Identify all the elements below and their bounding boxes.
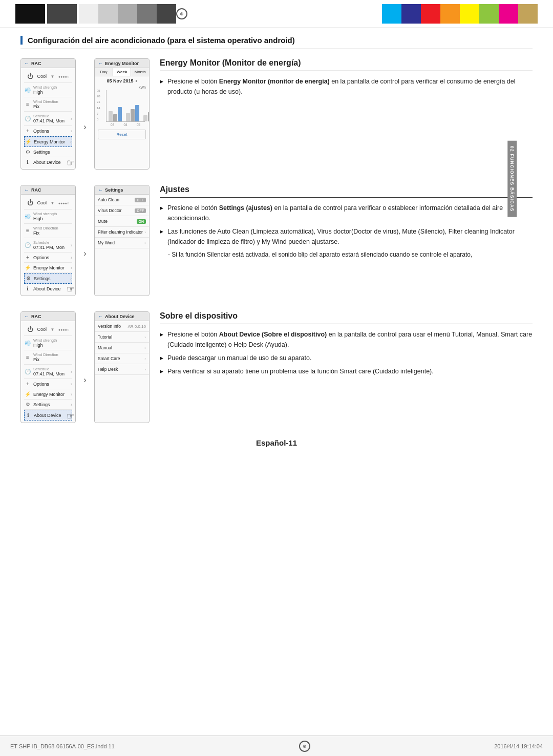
ajustes-bullets: Presione el botón Settings (ajustes) en … [160, 203, 533, 247]
mode-dropdown-3: ▼ [50, 327, 54, 332]
virus-doctor-row: Virus Doctor OFF [95, 205, 149, 216]
energy-monitor-row-3: ⚡ Energy Monitor › [24, 389, 72, 400]
auto-clean-toggle[interactable]: OFF [135, 198, 146, 202]
schedule-icon-3: 🕐 [24, 369, 31, 374]
sobre-text-col: Sobre el dispositivo Presione el botón A… [160, 311, 533, 380]
mute-row: Mute ON [95, 216, 149, 227]
reset-button[interactable]: Reset [98, 130, 146, 139]
schedule-icon-2: 🕐 [24, 242, 31, 248]
fan-speed-3: ●●●●○ [58, 328, 69, 331]
ajustes-left-phones: ← RAC ⏻ Cool ▼ ●●●●○ 💨 Wi [20, 185, 150, 296]
options-chevron-2: › [71, 255, 72, 260]
energy-left-phones: ← RAC ⏻ Cool ▼ ●●●●○ 💨 Wi [20, 58, 150, 170]
tutorial-row: Tutorial › [95, 332, 149, 343]
sobre-bullet-1: Presione el botón About Device (Sobre el… [160, 329, 533, 350]
sobre-bullet-3: Para verificar si su aparato tiene un pr… [160, 366, 533, 376]
energy-tabs: Day Week Month [95, 68, 149, 76]
schedule-icon: 🕐 [24, 116, 31, 121]
rac-phone-3-body: ⏻ Cool ▼ ●●●●○ 💨 Wind strength High [21, 321, 75, 423]
rac-phone-1: ← RAC ⏻ Cool ▼ ●●●●○ 💨 Wi [20, 58, 76, 170]
ajustes-bullet-2: Las funciones de Auto Clean (Limpieza au… [160, 226, 533, 247]
wind-icon-2: 💨 [24, 214, 31, 219]
energy-text-col: Energy Monitor (Monitor de energía) Pres… [160, 58, 533, 100]
back-arrow-2: ← [24, 187, 29, 193]
direction-icon: ≡ [24, 101, 31, 107]
energy-monitor-row[interactable]: ⚡ Energy Monitor › [24, 136, 72, 147]
energy-bullets: Presione el botón Energy Monitor (monito… [160, 76, 533, 97]
about-row-2: ℹ About Device › [24, 284, 72, 293]
ajustes-sub-bullet: Si la función Silenciar está activada, e… [168, 250, 533, 260]
print-mark-black1 [15, 4, 45, 24]
back-arrow-icon: ← [24, 60, 29, 66]
tab-week[interactable]: Week [113, 68, 132, 76]
tab-month[interactable]: Month [131, 68, 149, 76]
about-phone-body: Version Info AR.0.0.10 Tutorial › Manual… [95, 321, 149, 375]
about-icon: ℹ [24, 159, 31, 165]
mode-label: Cool [37, 74, 47, 79]
mode-dropdown-icon: ▼ [50, 74, 54, 79]
gray-swatch-3 [118, 4, 137, 24]
gray-swatch-2 [98, 4, 118, 24]
mode-dropdown-2: ▼ [50, 201, 54, 205]
about-icon-3: ℹ [25, 412, 32, 418]
options-chevron: › [71, 129, 72, 134]
wind-icon-3: 💨 [24, 340, 31, 346]
tab-day[interactable]: Day [95, 68, 113, 76]
bottom-right-text: 2016/4/14 19:14:04 [494, 743, 543, 749]
filter-cleaning-row: Filter cleaning Indicator › [95, 227, 149, 238]
bar-03-1 [109, 111, 113, 121]
mute-toggle[interactable]: ON [137, 219, 146, 224]
direction-icon-3: ≡ [24, 354, 31, 360]
settings-row-selected[interactable]: ⚙ Settings › [24, 273, 72, 284]
arrow-2: › [80, 185, 90, 296]
settings-icon: ⚙ [24, 149, 31, 155]
ajustes-section: ← RAC ⏻ Cool ▼ ●●●●○ 💨 Wi [20, 185, 533, 296]
y-labels: 3528211470 [97, 89, 100, 121]
wind-icon: 💨 [24, 87, 31, 93]
power-icon-3: ⏻ [27, 326, 33, 333]
rac-phone-1-body: ⏻ Cool ▼ ●●●●○ 💨 Wind strength High [21, 68, 75, 169]
my-wind-chevron: › [144, 241, 146, 245]
rac-phone-2-body: ⏻ Cool ▼ ●●●●○ 💨 Wind strength High [21, 195, 75, 296]
energy-chevron-3: › [71, 392, 72, 397]
settings-icon-3: ⚙ [24, 402, 31, 407]
rac-phone-1-header: ← RAC [21, 59, 75, 68]
arrow-1: › [80, 58, 90, 170]
manual-chevron: › [144, 346, 146, 350]
options-row-3: + Options › [24, 379, 72, 389]
tutorial-chevron: › [144, 335, 146, 340]
settings-chevron: › [70, 276, 72, 281]
about-phone: ← About Device Version Info AR.0.0.10 Tu… [94, 311, 150, 423]
side-tab: 02 FUNCIONES BÁSICAS [508, 141, 517, 217]
plus-icon-2: + [24, 255, 31, 260]
plus-icon: + [24, 128, 31, 134]
energy-chevron-2: › [71, 265, 72, 270]
settings-phone-body: Auto Clean OFF Virus Doctor OFF Mute ON … [95, 195, 149, 248]
ajustes-title: Ajustes [160, 185, 533, 194]
virus-doctor-toggle[interactable]: OFF [135, 208, 146, 213]
back-arrow-energy: ← [98, 60, 103, 66]
energy-chevron: › [70, 139, 72, 144]
help-desk-chevron: › [144, 367, 146, 372]
energy-phone-header: ← Energy Monitor [95, 59, 149, 68]
energy-bullet-1: Presione el botón Energy Monitor (monito… [160, 76, 533, 97]
help-desk-row: Help Desk › [95, 364, 149, 375]
filter-chevron: › [144, 230, 146, 235]
bar-05-1 [143, 115, 147, 121]
bottom-compass: ⊕ [299, 741, 310, 752]
bottom-left-text: ET SHP IB_DB68-06156A-00_ES.indd 11 [10, 743, 115, 749]
smart-care-chevron: › [144, 356, 146, 361]
finger-cursor-3: ☞ [67, 411, 75, 422]
sobre-title: Sobre el dispositivo [160, 311, 533, 321]
fan-speed-row: ●●●●○ [58, 75, 69, 78]
schedule-row: 🕐 Schedule 07:41 PM, Mon › [24, 112, 72, 126]
version-value: AR.0.0.10 [127, 324, 146, 329]
energy-monitor-row-2: ⚡ Energy Monitor › [24, 263, 72, 273]
about-row-selected[interactable]: ℹ About Device › [24, 410, 72, 421]
bar-04-2 [131, 109, 135, 121]
page-footer: Español-11 [20, 438, 533, 447]
settings-row-3: ⚙ Settings › [24, 400, 72, 410]
bar-group-03 [109, 107, 122, 121]
wind-strength-row: 💨 Wind strength High [24, 83, 72, 97]
ajustes-text-col: Ajustes Presione el botón Settings (ajus… [160, 185, 533, 260]
